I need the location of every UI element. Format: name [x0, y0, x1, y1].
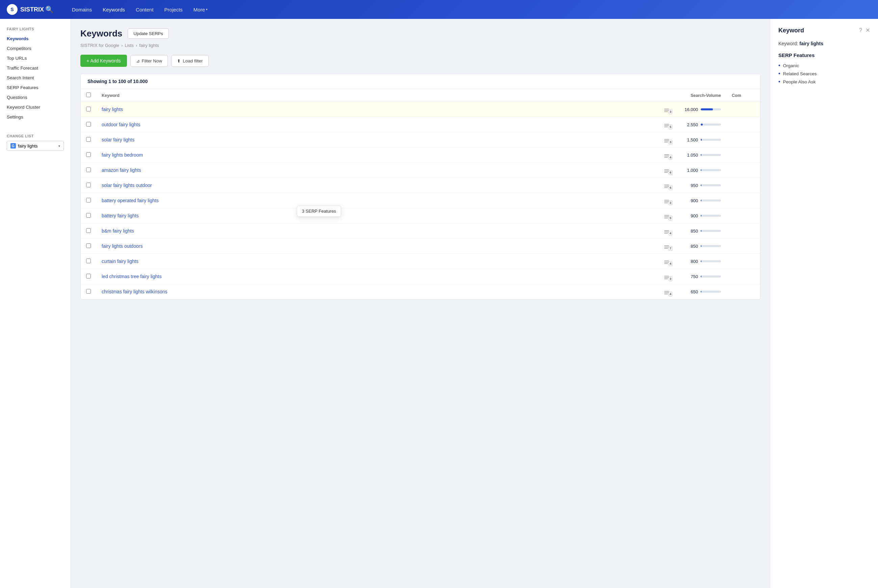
serp-badge[interactable]: 5 [663, 214, 671, 220]
row-checkbox[interactable] [86, 213, 91, 218]
breadcrumb-sistrix[interactable]: SISTRIX for Google [80, 43, 119, 48]
sidebar-item-competitors[interactable]: Competitors [0, 44, 71, 53]
serp-features-cell[interactable]: 2 [657, 193, 677, 208]
row-checkbox[interactable] [86, 289, 91, 294]
serp-badge[interactable]: 3 [663, 274, 671, 280]
nav-keywords[interactable]: Keywords [98, 5, 130, 15]
volume-number: 750 [683, 274, 698, 279]
serp-features-title: SERP Features [778, 52, 870, 58]
nav-content[interactable]: Content [131, 5, 158, 15]
keyword-cell[interactable]: battery fairy lights [96, 208, 657, 224]
load-filter-button[interactable]: ⬆ Load filter [171, 55, 209, 67]
volume-number: 850 [683, 228, 698, 234]
row-checkbox[interactable] [86, 228, 91, 233]
volume-bar-container [701, 108, 721, 110]
serp-count: 2 [669, 201, 672, 205]
nav-projects[interactable]: Projects [160, 5, 188, 15]
serp-features-cell[interactable]: 3 [657, 132, 677, 147]
keyword-cell[interactable]: outdoor fairy lights [96, 117, 657, 132]
filter-icon: ⊿ [136, 58, 140, 63]
serp-features-cell[interactable]: 3 [657, 269, 677, 284]
table-row: amazon fairy lights 6 1.000 [81, 163, 760, 178]
serp-features-cell[interactable]: 4 [657, 224, 677, 238]
row-checkbox[interactable] [86, 183, 91, 188]
keyword-cell[interactable]: solar fairy lights outdoor [96, 178, 657, 193]
serp-count: 3 [669, 140, 672, 144]
page-title: Keywords [80, 28, 122, 39]
col-keyword[interactable]: Keyword [96, 89, 657, 102]
sidebar-item-search-intent[interactable]: Search Intent [0, 73, 71, 83]
serp-badge[interactable]: 4 [663, 290, 671, 296]
row-checkbox[interactable] [86, 274, 91, 279]
serp-badge[interactable]: 3 [663, 138, 671, 144]
serp-feature-label: People Also Ask [783, 80, 816, 84]
select-all-checkbox[interactable] [86, 93, 91, 97]
serp-features-cell[interactable]: 4 [657, 147, 677, 163]
serp-features-cell[interactable]: 7 [657, 238, 677, 254]
keyword-cell[interactable]: led christmas tree fairy lights [96, 269, 657, 284]
row-checkbox[interactable] [86, 152, 91, 157]
serp-features-cell[interactable]: 4 [657, 284, 677, 299]
sidebar-item-questions[interactable]: Questions [0, 93, 71, 102]
keyword-cell[interactable]: b&m fairy lights [96, 224, 657, 238]
breadcrumb: SISTRIX for Google › Lists › fairy light… [80, 43, 761, 48]
breadcrumb-lists[interactable]: Lists [125, 43, 134, 48]
serp-badge[interactable]: 2 [663, 198, 671, 204]
serp-badge[interactable]: 6 [663, 183, 671, 189]
serp-count: 4 [669, 155, 672, 160]
row-checkbox[interactable] [86, 198, 91, 202]
row-checkbox[interactable] [86, 106, 91, 111]
sidebar-section-title: FAIRY LIGHTS [0, 27, 71, 34]
nav-more[interactable]: More ▾ [189, 5, 212, 15]
row-checkbox[interactable] [86, 137, 91, 142]
keyword-cell[interactable]: curtain fairy lights [96, 254, 657, 269]
list-select-dropdown[interactable]: G fairy lights ▾ [7, 141, 64, 151]
serp-badge[interactable]: 3 [663, 107, 671, 113]
keyword-cell[interactable]: fairy lights outdoors [96, 238, 657, 254]
serp-features-cell[interactable]: 5 [657, 208, 677, 224]
serp-features-cell[interactable]: 3 [657, 102, 677, 117]
serp-badge[interactable]: 7 [663, 244, 671, 250]
logo[interactable]: S SISTRIX 🔍 [7, 4, 54, 15]
keyword-cell[interactable]: fairy lights bedroom [96, 147, 657, 163]
serp-features-cell[interactable]: 4 [657, 254, 677, 269]
keyword-cell[interactable]: fairy lights [96, 102, 657, 117]
help-button[interactable]: ? [859, 27, 862, 33]
keyword-cell[interactable]: solar fairy lights [96, 132, 657, 147]
col-serp [657, 89, 677, 102]
volume-bar-fill [701, 291, 701, 292]
row-checkbox-cell [81, 132, 96, 147]
sidebar-item-top-urls[interactable]: Top URLs [0, 53, 71, 63]
row-checkbox[interactable] [86, 167, 91, 172]
serp-badge[interactable]: 4 [663, 229, 671, 235]
sidebar-item-traffic-forecast[interactable]: Traffic Forecast [0, 63, 71, 73]
keywords-table-card: Showing 1 to 100 of 10.000 3 SERP Featur… [80, 74, 761, 300]
keyword-cell[interactable]: amazon fairy lights [96, 163, 657, 178]
serp-badge[interactable]: 4 [663, 153, 671, 159]
table-row: solar fairy lights 3 1.500 [81, 132, 760, 147]
serp-features-cell[interactable]: 6 [657, 178, 677, 193]
volume-cell: 900 [677, 193, 726, 208]
serp-features-cell[interactable]: 6 [657, 163, 677, 178]
serp-features-cell[interactable]: 5 [657, 117, 677, 132]
actions-bar: + Add Keywords ⊿ Filter Now ⬆ Load filte… [80, 55, 761, 67]
row-checkbox[interactable] [86, 243, 91, 248]
sidebar-item-keywords[interactable]: Keywords [0, 34, 71, 44]
sidebar-item-keyword-cluster[interactable]: Keyword Cluster [0, 102, 71, 112]
keyword-cell[interactable]: battery operated fairy lights [96, 193, 657, 208]
serp-badge[interactable]: 5 [663, 123, 671, 129]
nav-domains[interactable]: Domains [67, 5, 97, 15]
serp-badge[interactable]: 6 [663, 168, 671, 174]
sidebar-item-serp-features[interactable]: SERP Features [0, 83, 71, 93]
sidebar-item-settings[interactable]: Settings [0, 112, 71, 122]
keyword-cell[interactable]: christmas fairy lights wilkinsons [96, 284, 657, 299]
volume-number: 800 [683, 259, 698, 264]
serp-badge[interactable]: 4 [663, 259, 671, 265]
update-serps-button[interactable]: Update SERPs [128, 28, 168, 39]
add-keywords-button[interactable]: + Add Keywords [80, 55, 127, 67]
row-checkbox[interactable] [86, 122, 91, 127]
filter-now-button[interactable]: ⊿ Filter Now [131, 55, 168, 67]
col-volume[interactable]: Search-Volume [677, 89, 726, 102]
row-checkbox[interactable] [86, 258, 91, 263]
close-button[interactable]: ✕ [866, 27, 870, 33]
